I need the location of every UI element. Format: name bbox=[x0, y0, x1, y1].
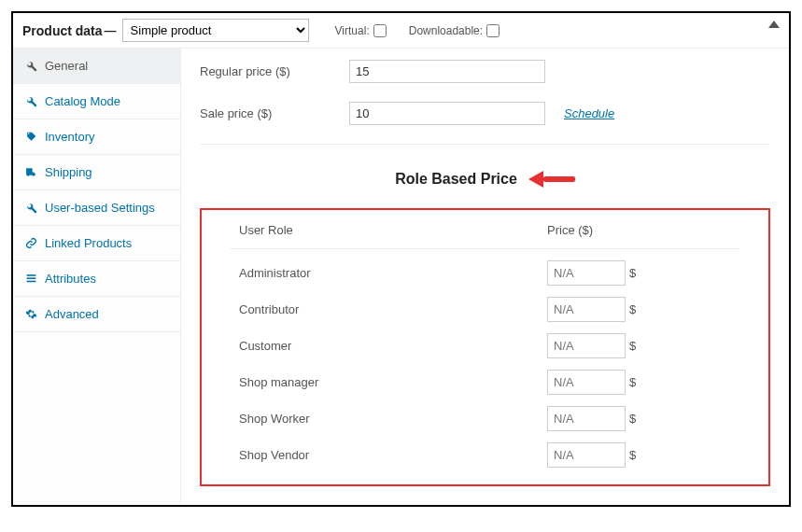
sidebar-tab-label: Inventory bbox=[45, 130, 94, 144]
sidebar-tab-label: Attributes bbox=[45, 272, 96, 286]
col-price: Price ($) bbox=[547, 223, 740, 237]
role-price-box: User Role Price ($) Administrator$Contri… bbox=[200, 208, 770, 486]
sidebar-tab-inventory[interactable]: Inventory bbox=[13, 119, 180, 155]
role-name: Administrator bbox=[230, 266, 547, 280]
link-icon bbox=[24, 237, 37, 249]
currency-symbol: $ bbox=[629, 266, 636, 280]
title-dash: — bbox=[105, 23, 117, 37]
role-based-price-title: Role Based Price bbox=[395, 171, 517, 188]
virtual-checkbox-wrap[interactable]: Virtual: bbox=[335, 24, 387, 37]
role-name: Shop Worker bbox=[230, 412, 547, 426]
virtual-checkbox[interactable] bbox=[373, 24, 387, 37]
virtual-label: Virtual: bbox=[335, 24, 370, 37]
sidebar-tab-label: Advanced bbox=[45, 307, 99, 321]
tag-icon bbox=[24, 131, 37, 143]
downloadable-label: Downloadable: bbox=[409, 24, 483, 37]
schedule-link[interactable]: Schedule bbox=[564, 106, 614, 120]
col-user-role: User Role bbox=[230, 223, 547, 237]
sidebar-tab-linked-products[interactable]: Linked Products bbox=[13, 226, 180, 261]
role-price-input[interactable] bbox=[547, 297, 626, 322]
role-name: Customer bbox=[230, 339, 547, 353]
currency-symbol: $ bbox=[629, 339, 636, 353]
wrench-icon bbox=[24, 95, 37, 107]
role-row: Administrator$ bbox=[230, 249, 740, 286]
role-row: Contributor$ bbox=[230, 286, 740, 322]
truck-icon bbox=[24, 166, 37, 178]
sale-price-label: Sale price ($) bbox=[200, 106, 349, 120]
regular-price-input[interactable] bbox=[349, 60, 545, 83]
role-price-input[interactable] bbox=[547, 442, 626, 468]
arrow-left-icon bbox=[528, 172, 575, 187]
role-name: Contributor bbox=[230, 302, 547, 316]
collapse-toggle-icon[interactable] bbox=[768, 21, 780, 28]
downloadable-checkbox-wrap[interactable]: Downloadable: bbox=[409, 24, 499, 37]
role-price-input[interactable] bbox=[547, 406, 626, 431]
currency-symbol: $ bbox=[629, 448, 636, 462]
sidebar-tab-attributes[interactable]: Attributes bbox=[13, 261, 180, 297]
panel-body: GeneralCatalog ModeInventoryShippingUser… bbox=[13, 49, 789, 505]
list-icon bbox=[24, 273, 37, 285]
role-based-price-header: Role Based Price bbox=[200, 171, 770, 188]
svg-rect-2 bbox=[26, 281, 35, 283]
sidebar-tab-shipping[interactable]: Shipping bbox=[13, 155, 180, 190]
panel-title: Product data bbox=[22, 23, 103, 38]
role-table-header: User Role Price ($) bbox=[230, 217, 740, 249]
role-row: Customer$ bbox=[230, 322, 740, 358]
sidebar-tab-catalog-mode[interactable]: Catalog Mode bbox=[13, 84, 180, 119]
role-row: Shop Vendor$ bbox=[230, 431, 740, 468]
sidebar-tab-user-based-settings[interactable]: User-based Settings bbox=[13, 190, 180, 226]
wrench-icon bbox=[24, 60, 37, 72]
sidebar-tab-label: Catalog Mode bbox=[45, 94, 120, 108]
sidebar: GeneralCatalog ModeInventoryShippingUser… bbox=[13, 49, 181, 505]
divider bbox=[200, 144, 770, 145]
role-price-input[interactable] bbox=[547, 260, 626, 286]
role-name: Shop manager bbox=[230, 375, 547, 389]
svg-rect-0 bbox=[26, 274, 35, 276]
downloadable-checkbox[interactable] bbox=[486, 24, 499, 37]
svg-rect-1 bbox=[26, 277, 35, 279]
content-area: Regular price ($) Sale price ($) Schedul… bbox=[181, 49, 789, 505]
product-data-panel: Product data — Simple product Virtual: D… bbox=[11, 11, 791, 507]
role-row: Shop Worker$ bbox=[230, 395, 740, 431]
sidebar-tab-label: Linked Products bbox=[45, 236, 132, 250]
role-row: Shop manager$ bbox=[230, 358, 740, 395]
sale-price-input[interactable] bbox=[349, 102, 545, 125]
product-type-select[interactable]: Simple product bbox=[122, 19, 309, 42]
wrench-icon bbox=[24, 202, 37, 214]
checkbox-group: Virtual: Downloadable: bbox=[335, 24, 500, 37]
role-price-input[interactable] bbox=[547, 333, 626, 358]
sidebar-tab-label: User-based Settings bbox=[45, 201, 155, 215]
gear-icon bbox=[24, 308, 37, 320]
sidebar-tab-advanced[interactable]: Advanced bbox=[13, 297, 180, 332]
currency-symbol: $ bbox=[629, 412, 636, 426]
sidebar-tab-label: Shipping bbox=[45, 165, 92, 179]
panel-header: Product data — Simple product Virtual: D… bbox=[13, 13, 789, 49]
regular-price-row: Regular price ($) bbox=[200, 60, 770, 83]
role-name: Shop Vendor bbox=[230, 448, 547, 462]
regular-price-label: Regular price ($) bbox=[200, 64, 349, 78]
currency-symbol: $ bbox=[629, 302, 636, 316]
sidebar-tab-label: General bbox=[45, 59, 88, 73]
currency-symbol: $ bbox=[629, 375, 636, 389]
role-price-input[interactable] bbox=[547, 370, 626, 395]
sale-price-row: Sale price ($) Schedule bbox=[200, 102, 770, 125]
sidebar-tab-general[interactable]: General bbox=[13, 49, 180, 84]
